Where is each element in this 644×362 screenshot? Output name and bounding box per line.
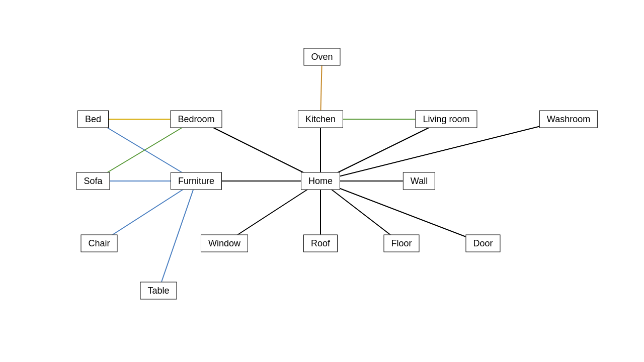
node-furniture: Furniture: [171, 172, 222, 190]
node-bed: Bed: [77, 111, 109, 128]
node-table: Table: [140, 282, 177, 300]
node-sofa: Sofa: [76, 172, 110, 190]
node-kitchen: Kitchen: [298, 111, 343, 128]
node-washroom: Washroom: [539, 111, 598, 128]
node-home: Home: [301, 172, 340, 190]
node-window: Window: [201, 235, 248, 252]
node-chair: Chair: [80, 235, 117, 252]
node-oven: Oven: [303, 48, 340, 66]
node-door: Door: [465, 235, 500, 252]
node-floor: Floor: [383, 235, 419, 252]
node-wall: Wall: [403, 172, 435, 190]
node-livingroom: Living room: [415, 111, 477, 128]
node-roof: Roof: [303, 235, 338, 252]
node-bedroom: Bedroom: [170, 111, 222, 128]
